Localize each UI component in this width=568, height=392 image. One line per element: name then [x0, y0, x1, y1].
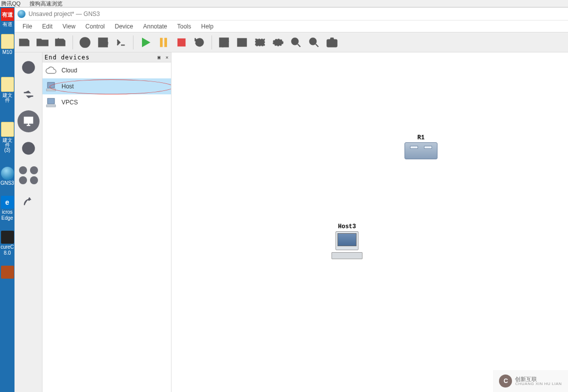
show-labels-button[interactable]: abc: [95, 34, 111, 50]
tool-bar: abc: [14, 32, 568, 52]
svg-rect-9: [256, 39, 264, 45]
device-item-cloud[interactable]: Cloud: [42, 62, 171, 78]
node-r1[interactable]: R1: [404, 134, 438, 159]
insert-image-button[interactable]: [234, 34, 250, 50]
svg-rect-5: [178, 38, 185, 46]
start-all-button[interactable]: [138, 34, 154, 50]
svg-rect-4: [164, 38, 166, 46]
toolbar-separator: [212, 35, 212, 49]
palette-routers-button[interactable]: [18, 56, 40, 78]
node-label: Host3: [338, 223, 356, 230]
device-list: Cloud Host VPCS: [42, 62, 171, 392]
console-button[interactable]: [113, 34, 129, 50]
toolbar-separator: [133, 35, 134, 49]
taskbar-label-qq[interactable]: 腾讯QQ: [1, 0, 20, 7]
desktop-app-other[interactable]: [0, 266, 14, 279]
device-item-vpcs[interactable]: VPCS: [42, 94, 171, 110]
reload-all-button[interactable]: [192, 34, 208, 50]
watermark: C 创新互联 CHUANG XIN HU LIAN: [493, 370, 568, 392]
save-project-button[interactable]: [52, 34, 68, 50]
dock-float-icon[interactable]: ▣: [155, 53, 163, 61]
screenshot-button[interactable]: [324, 34, 340, 50]
desktop-app-gns3[interactable]: GNS3: [0, 167, 14, 186]
computer-icon: [332, 231, 362, 259]
desktop-app-securecrt[interactable]: cureC 8.0: [0, 231, 14, 256]
menu-bar: File Edit View Control Device Annotate T…: [14, 20, 568, 32]
zoom-in-button[interactable]: [288, 34, 304, 50]
watermark-sub: CHUANG XIN HU LIAN: [515, 382, 562, 387]
zoom-out-button[interactable]: [306, 34, 322, 50]
snapshot-button[interactable]: [77, 34, 93, 50]
toolbar-separator: [72, 35, 73, 49]
device-item-host[interactable]: Host: [42, 78, 171, 94]
palette-end-devices-button[interactable]: [18, 110, 40, 132]
menu-view[interactable]: View: [58, 21, 80, 31]
suspend-all-button[interactable]: [156, 34, 172, 50]
topology-canvas[interactable]: R1 Host3 C 创新互联 CHUANG XIN HU LIAN: [172, 52, 568, 392]
workspace: End devices ▣ ✕ Cloud Host: [14, 52, 568, 392]
new-project-button[interactable]: [16, 34, 32, 50]
svg-point-14: [330, 40, 334, 45]
desktop-folder-m10[interactable]: M10: [0, 34, 14, 55]
dock-header[interactable]: End devices ▣ ✕: [42, 52, 171, 62]
watermark-brand: 创新互联: [515, 376, 562, 382]
draw-rectangle-button[interactable]: [252, 34, 268, 50]
menu-edit[interactable]: Edit: [37, 21, 58, 31]
router-icon: [404, 142, 438, 159]
palette-switches-button[interactable]: [18, 83, 40, 105]
menu-file[interactable]: File: [18, 21, 37, 31]
menu-device[interactable]: Device: [110, 21, 138, 31]
watermark-logo-icon: C: [499, 375, 512, 388]
device-item-label: VPCS: [62, 99, 78, 106]
window-title-bar: Unsaved project* — GNS3: [14, 7, 568, 20]
svg-rect-21: [46, 105, 56, 107]
taskbar-label-sogou[interactable]: 搜狗高速浏览: [30, 0, 62, 7]
desktop-icon-column: 有道 有道 M10 建文件 建文件 (3) GNS3 e icros Edge …: [0, 7, 14, 392]
menu-tools[interactable]: Tools: [172, 21, 196, 31]
desktop-taskbar-strip: 腾讯QQ 搜狗高速浏览: [0, 0, 568, 7]
stop-all-button[interactable]: [174, 34, 190, 50]
cloud-icon: [44, 64, 58, 77]
device-item-label: Host: [62, 83, 74, 90]
menu-annotate[interactable]: Annotate: [138, 21, 172, 31]
dock-title: End devices: [42, 54, 155, 61]
desktop-app-edge[interactable]: e icros Edge: [0, 196, 14, 221]
node-label: R1: [418, 134, 424, 141]
open-project-button[interactable]: [34, 34, 50, 50]
menu-help[interactable]: Help: [196, 21, 218, 31]
node-host3[interactable]: Host3: [332, 223, 362, 259]
svg-rect-18: [48, 82, 54, 88]
svg-rect-19: [46, 89, 56, 91]
draw-ellipse-button[interactable]: [270, 34, 286, 50]
vpcs-icon: [44, 96, 58, 109]
device-item-label: Cloud: [62, 67, 77, 74]
svg-rect-3: [160, 38, 162, 46]
gns3-window: Unsaved project* — GNS3 File Edit View C…: [14, 7, 568, 392]
svg-text:abc: abc: [100, 40, 108, 45]
palette-add-link-button[interactable]: [18, 191, 40, 213]
window-title: Unsaved project* — GNS3: [28, 10, 100, 17]
svg-rect-16: [24, 117, 32, 123]
desktop-app-youdao[interactable]: 有道 有道: [0, 8, 14, 27]
menu-control[interactable]: Control: [80, 21, 110, 31]
gns3-app-icon: [18, 10, 26, 18]
dock-close-icon[interactable]: ✕: [163, 53, 171, 61]
add-note-button[interactable]: [216, 34, 232, 50]
desktop-folder-newfile3[interactable]: 建文件 (3): [0, 122, 14, 153]
svg-rect-20: [48, 98, 54, 104]
palette-security-button[interactable]: [18, 137, 40, 159]
end-devices-dock: End devices ▣ ✕ Cloud Host: [42, 52, 172, 392]
device-palette: [14, 52, 42, 392]
svg-point-10: [273, 39, 283, 45]
palette-all-devices-button[interactable]: [18, 164, 40, 186]
svg-point-8: [240, 40, 241, 42]
host-icon: [44, 80, 58, 93]
desktop-folder-newfile[interactable]: 建文件: [0, 77, 14, 103]
